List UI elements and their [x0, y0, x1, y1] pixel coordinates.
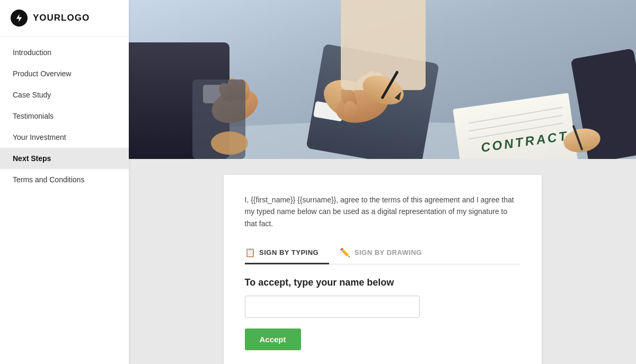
drawing-icon: ✏️: [340, 247, 351, 258]
sidebar-item-testimonials[interactable]: Testimonials: [0, 105, 129, 127]
content-area: I, {{first_name}} {{surname}}, agree to …: [129, 159, 636, 364]
agreement-text: I, {{first_name}} {{surname}}, agree to …: [245, 194, 520, 229]
hero-image: CONTRACT: [129, 0, 636, 159]
accept-button[interactable]: Accept: [245, 329, 301, 350]
lightning-icon: [14, 13, 24, 23]
sidebar-item-product-overview[interactable]: Product Overview: [0, 63, 129, 84]
accept-label: To accept, type your name below: [245, 277, 520, 288]
logo-text: YOURLOGO: [33, 13, 90, 23]
hero-svg: CONTRACT: [129, 0, 636, 159]
tab-sign-by-drawing[interactable]: ✏️ SIGN BY DRAWING: [329, 242, 432, 264]
accept-form: To accept, type your name below Accept: [245, 277, 520, 350]
sidebar-item-next-steps[interactable]: Next Steps: [0, 148, 129, 169]
sidebar: YOURLOGO Introduction Product Overview C…: [0, 0, 129, 364]
main-content: CONTRACT I, {{first_name}} {{surname}}, …: [129, 0, 636, 364]
svg-point-31: [211, 131, 248, 155]
sidebar-item-introduction[interactable]: Introduction: [0, 42, 129, 63]
typing-icon: 📋: [245, 247, 256, 258]
logo-area: YOURLOGO: [0, 0, 129, 37]
tab-sign-by-drawing-label: SIGN BY DRAWING: [355, 248, 422, 256]
sidebar-item-case-study[interactable]: Case Study: [0, 84, 129, 105]
name-input[interactable]: [245, 296, 420, 318]
tab-sign-by-typing[interactable]: 📋 SIGN BY TYPING: [245, 242, 330, 264]
sidebar-item-your-investment[interactable]: Your Investment: [0, 127, 129, 148]
logo-icon: [11, 10, 28, 26]
nav-list: Introduction Product Overview Case Study…: [0, 37, 129, 364]
svg-marker-0: [16, 14, 22, 22]
sidebar-item-terms-and-conditions[interactable]: Terms and Conditions: [0, 169, 129, 190]
signature-card: I, {{first_name}} {{surname}}, agree to …: [224, 175, 542, 364]
tab-sign-by-typing-label: SIGN BY TYPING: [259, 248, 319, 256]
sign-tabs: 📋 SIGN BY TYPING ✏️ SIGN BY DRAWING: [245, 242, 520, 264]
